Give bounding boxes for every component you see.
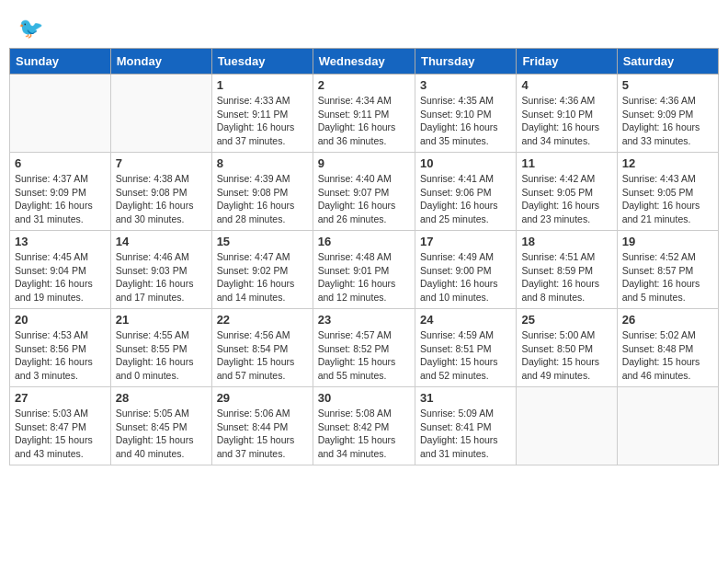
calendar-header-tuesday: Tuesday — [211, 49, 313, 75]
day-info: Sunrise: 4:53 AM Sunset: 8:56 PM Dayligh… — [15, 328, 106, 383]
day-info: Sunrise: 5:00 AM Sunset: 8:50 PM Dayligh… — [521, 328, 611, 383]
day-number: 27 — [15, 391, 106, 405]
calendar-cell: 24Sunrise: 4:59 AM Sunset: 8:51 PM Dayli… — [415, 309, 516, 387]
calendar-cell: 5Sunrise: 4:36 AM Sunset: 9:09 PM Daylig… — [617, 75, 718, 153]
day-info: Sunrise: 4:48 AM Sunset: 9:01 PM Dayligh… — [318, 250, 410, 304]
day-info: Sunrise: 4:36 AM Sunset: 9:10 PM Dayligh… — [521, 94, 611, 148]
day-info: Sunrise: 4:42 AM Sunset: 9:05 PM Dayligh… — [521, 172, 611, 226]
day-info: Sunrise: 4:49 AM Sunset: 9:00 PM Dayligh… — [420, 250, 511, 304]
calendar-cell — [517, 387, 617, 465]
calendar-cell: 7Sunrise: 4:38 AM Sunset: 9:08 PM Daylig… — [110, 153, 211, 231]
calendar-cell: 17Sunrise: 4:49 AM Sunset: 9:00 PM Dayli… — [415, 231, 516, 309]
day-info: Sunrise: 5:02 AM Sunset: 8:48 PM Dayligh… — [622, 328, 713, 383]
calendar-cell: 27Sunrise: 5:03 AM Sunset: 8:47 PM Dayli… — [10, 387, 111, 465]
page-header: 🐦 — [9, 9, 719, 44]
day-info: Sunrise: 4:56 AM Sunset: 8:54 PM Dayligh… — [217, 328, 308, 383]
calendar-cell: 20Sunrise: 4:53 AM Sunset: 8:56 PM Dayli… — [10, 309, 111, 387]
day-info: Sunrise: 5:08 AM Sunset: 8:42 PM Dayligh… — [318, 407, 410, 461]
calendar-header-friday: Friday — [517, 49, 617, 75]
day-number: 15 — [217, 235, 308, 248]
day-number: 13 — [15, 235, 106, 248]
calendar-week-2: 6Sunrise: 4:37 AM Sunset: 9:09 PM Daylig… — [10, 153, 719, 231]
day-info: Sunrise: 4:51 AM Sunset: 8:59 PM Dayligh… — [521, 250, 611, 304]
calendar-header-sunday: Sunday — [10, 49, 111, 75]
day-number: 25 — [521, 313, 611, 327]
day-info: Sunrise: 4:47 AM Sunset: 9:02 PM Dayligh… — [217, 250, 308, 304]
day-info: Sunrise: 4:57 AM Sunset: 8:52 PM Dayligh… — [318, 328, 410, 383]
logo-bird-icon: 🐦 — [18, 17, 43, 40]
day-number: 9 — [318, 156, 410, 170]
calendar-cell: 23Sunrise: 4:57 AM Sunset: 8:52 PM Dayli… — [313, 309, 415, 387]
day-number: 20 — [15, 313, 106, 327]
day-info: Sunrise: 5:09 AM Sunset: 8:41 PM Dayligh… — [420, 407, 511, 461]
day-info: Sunrise: 4:38 AM Sunset: 9:08 PM Dayligh… — [116, 172, 207, 226]
day-info: Sunrise: 4:43 AM Sunset: 9:05 PM Dayligh… — [622, 172, 713, 226]
calendar-cell: 16Sunrise: 4:48 AM Sunset: 9:01 PM Dayli… — [313, 231, 415, 309]
day-number: 30 — [318, 391, 410, 405]
day-number: 1 — [217, 78, 308, 92]
day-number: 2 — [318, 78, 410, 92]
calendar-cell: 4Sunrise: 4:36 AM Sunset: 9:10 PM Daylig… — [517, 75, 617, 153]
calendar-header-saturday: Saturday — [617, 49, 718, 75]
calendar-cell — [10, 75, 111, 153]
day-number: 24 — [420, 313, 511, 327]
calendar-header-monday: Monday — [110, 49, 211, 75]
calendar-cell: 25Sunrise: 5:00 AM Sunset: 8:50 PM Dayli… — [517, 309, 617, 387]
calendar-week-4: 20Sunrise: 4:53 AM Sunset: 8:56 PM Dayli… — [10, 309, 719, 387]
day-info: Sunrise: 4:37 AM Sunset: 9:09 PM Dayligh… — [15, 172, 106, 226]
day-number: 21 — [116, 313, 207, 327]
calendar-cell: 8Sunrise: 4:39 AM Sunset: 9:08 PM Daylig… — [211, 153, 313, 231]
calendar-cell: 1Sunrise: 4:33 AM Sunset: 9:11 PM Daylig… — [211, 75, 313, 153]
calendar-cell: 31Sunrise: 5:09 AM Sunset: 8:41 PM Dayli… — [415, 387, 516, 465]
calendar-cell: 13Sunrise: 4:45 AM Sunset: 9:04 PM Dayli… — [10, 231, 111, 309]
day-info: Sunrise: 5:05 AM Sunset: 8:45 PM Dayligh… — [116, 407, 207, 461]
calendar-cell: 30Sunrise: 5:08 AM Sunset: 8:42 PM Dayli… — [313, 387, 415, 465]
calendar-cell: 6Sunrise: 4:37 AM Sunset: 9:09 PM Daylig… — [10, 153, 111, 231]
day-number: 31 — [420, 391, 511, 405]
calendar-cell: 29Sunrise: 5:06 AM Sunset: 8:44 PM Dayli… — [211, 387, 313, 465]
day-number: 4 — [521, 78, 611, 92]
day-number: 18 — [521, 235, 611, 248]
day-info: Sunrise: 4:39 AM Sunset: 9:08 PM Dayligh… — [217, 172, 308, 226]
calendar-cell — [110, 75, 211, 153]
calendar-header-row: SundayMondayTuesdayWednesdayThursdayFrid… — [10, 49, 719, 75]
day-number: 14 — [116, 235, 207, 248]
day-info: Sunrise: 4:45 AM Sunset: 9:04 PM Dayligh… — [15, 250, 106, 304]
calendar-cell: 21Sunrise: 4:55 AM Sunset: 8:55 PM Dayli… — [110, 309, 211, 387]
day-info: Sunrise: 4:46 AM Sunset: 9:03 PM Dayligh… — [116, 250, 207, 304]
calendar-cell: 2Sunrise: 4:34 AM Sunset: 9:11 PM Daylig… — [313, 75, 415, 153]
calendar-cell: 11Sunrise: 4:42 AM Sunset: 9:05 PM Dayli… — [517, 153, 617, 231]
calendar-header-wednesday: Wednesday — [313, 49, 415, 75]
calendar-cell: 26Sunrise: 5:02 AM Sunset: 8:48 PM Dayli… — [617, 309, 718, 387]
day-info: Sunrise: 5:06 AM Sunset: 8:44 PM Dayligh… — [217, 407, 308, 461]
day-info: Sunrise: 4:36 AM Sunset: 9:09 PM Dayligh… — [622, 94, 713, 148]
day-info: Sunrise: 4:55 AM Sunset: 8:55 PM Dayligh… — [116, 328, 207, 383]
logo: 🐦 — [18, 17, 43, 40]
day-number: 3 — [420, 78, 511, 92]
day-number: 5 — [622, 78, 713, 92]
day-info: Sunrise: 4:40 AM Sunset: 9:07 PM Dayligh… — [318, 172, 410, 226]
day-number: 10 — [420, 156, 511, 170]
calendar-header-thursday: Thursday — [415, 49, 516, 75]
calendar-cell: 14Sunrise: 4:46 AM Sunset: 9:03 PM Dayli… — [110, 231, 211, 309]
day-info: Sunrise: 5:03 AM Sunset: 8:47 PM Dayligh… — [15, 407, 106, 461]
day-info: Sunrise: 4:52 AM Sunset: 8:57 PM Dayligh… — [622, 250, 713, 304]
day-info: Sunrise: 4:59 AM Sunset: 8:51 PM Dayligh… — [420, 328, 511, 383]
day-number: 6 — [15, 156, 106, 170]
day-number: 7 — [116, 156, 207, 170]
calendar-cell: 9Sunrise: 4:40 AM Sunset: 9:07 PM Daylig… — [313, 153, 415, 231]
day-info: Sunrise: 4:33 AM Sunset: 9:11 PM Dayligh… — [217, 94, 308, 148]
day-info: Sunrise: 4:34 AM Sunset: 9:11 PM Dayligh… — [318, 94, 410, 148]
calendar-cell: 19Sunrise: 4:52 AM Sunset: 8:57 PM Dayli… — [617, 231, 718, 309]
day-number: 17 — [420, 235, 511, 248]
calendar-week-1: 1Sunrise: 4:33 AM Sunset: 9:11 PM Daylig… — [10, 75, 719, 153]
day-number: 26 — [622, 313, 713, 327]
calendar-week-3: 13Sunrise: 4:45 AM Sunset: 9:04 PM Dayli… — [10, 231, 719, 309]
day-info: Sunrise: 4:41 AM Sunset: 9:06 PM Dayligh… — [420, 172, 511, 226]
day-number: 28 — [116, 391, 207, 405]
day-info: Sunrise: 4:35 AM Sunset: 9:10 PM Dayligh… — [420, 94, 511, 148]
day-number: 29 — [217, 391, 308, 405]
day-number: 23 — [318, 313, 410, 327]
calendar-cell: 10Sunrise: 4:41 AM Sunset: 9:06 PM Dayli… — [415, 153, 516, 231]
calendar-cell: 12Sunrise: 4:43 AM Sunset: 9:05 PM Dayli… — [617, 153, 718, 231]
